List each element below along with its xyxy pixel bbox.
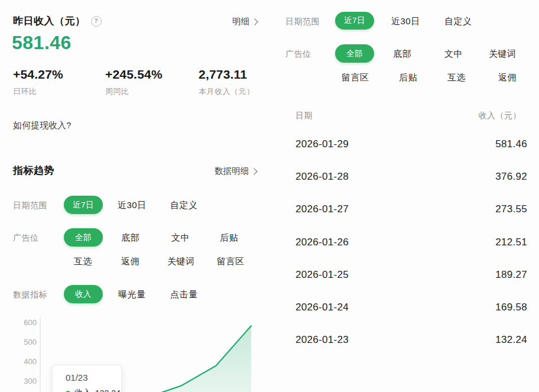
left-metric-option-income-selected[interactable]: 收入: [64, 285, 103, 303]
question-circle-icon[interactable]: ?: [91, 16, 102, 27]
row-income: 273.55: [495, 203, 527, 215]
right-slot-option-mutual[interactable]: 互选: [447, 72, 466, 83]
svg-text:400: 400: [24, 357, 37, 366]
chart-tooltip-value: 132.24: [95, 388, 121, 392]
income-table-header: 日期 收入（元）: [296, 111, 521, 121]
left-slot-option-all-selected[interactable]: 全部: [64, 228, 103, 247]
left-date-option-30d[interactable]: 近30日: [118, 200, 147, 211]
left-slot-option-rebate[interactable]: 返佣: [121, 256, 139, 267]
right-date-option-7d-selected[interactable]: 近7日: [335, 12, 374, 30]
row-income: 212.51: [495, 237, 527, 248]
yesterday-income-amount: 581.46: [12, 32, 72, 54]
right-slot-option-bottom[interactable]: 底部: [393, 48, 411, 60]
row-income: 169.58: [495, 302, 527, 313]
right-date-option-30d[interactable]: 近30日: [391, 16, 420, 27]
svg-text:500: 500: [24, 338, 37, 346]
left-slot-option-keyword[interactable]: 关键词: [167, 256, 195, 267]
row-income: 189.27: [495, 269, 527, 281]
left-metric-label: 数据指标: [13, 290, 47, 300]
chevron-right-icon: [251, 168, 257, 174]
row-income: 376.92: [495, 171, 527, 183]
stat-month-income-label: 本月收入（元）: [199, 86, 255, 97]
trend-data-detail-label: 数据明细: [215, 166, 249, 177]
right-date-range-label: 日期范围: [285, 17, 320, 27]
income-card-title-text: 昨日收入（元）: [13, 15, 86, 27]
chart-tooltip: 01/23 收入 132.24: [52, 365, 122, 392]
left-ad-slot-label: 广告位: [13, 233, 39, 244]
table-row: 2026-01-24 169.58: [296, 302, 527, 313]
left-slot-option-bottom[interactable]: 底部: [121, 232, 139, 244]
income-trend-chart[interactable]: 600500400300: [4, 312, 258, 392]
svg-text:300: 300: [24, 377, 37, 385]
table-row: 2026-01-23 132.24: [296, 334, 527, 346]
left-date-option-custom[interactable]: 自定义: [170, 200, 198, 211]
row-date: 2026-01-29: [296, 138, 349, 150]
right-slot-option-in-article[interactable]: 文中: [444, 48, 463, 60]
income-card-title: 昨日收入（元）?: [13, 14, 102, 28]
row-income: 132.24: [495, 334, 527, 346]
stat-day-over-day-value: +54.27%: [13, 67, 63, 82]
stat-week-over-week-label: 周同比: [105, 86, 129, 97]
chevron-right-icon: [251, 18, 258, 25]
left-slot-option-comment-area[interactable]: 留言区: [217, 256, 245, 267]
right-date-option-custom[interactable]: 自定义: [444, 16, 472, 27]
chart-tooltip-series: 收入: [74, 388, 91, 392]
income-detail-link-label: 明细: [232, 16, 249, 27]
row-date: 2026-01-23: [296, 334, 349, 346]
column-header-income: 收入（元）: [479, 111, 522, 121]
left-date-range-label: 日期范围: [13, 200, 47, 211]
how-to-withdraw-link[interactable]: 如何提现收入?: [13, 120, 71, 131]
income-detail-link[interactable]: 明细: [232, 16, 257, 27]
chart-tooltip-date: 01/23: [66, 372, 121, 383]
row-date: 2026-01-26: [296, 237, 349, 248]
right-slot-option-all-selected[interactable]: 全部: [335, 44, 374, 63]
table-row: 2026-01-25 189.27: [296, 269, 527, 281]
right-slot-option-rebate[interactable]: 返佣: [498, 72, 517, 83]
right-ad-slot-label: 广告位: [285, 49, 311, 60]
left-slot-option-post-roll[interactable]: 后贴: [220, 232, 238, 244]
table-row: 2026-01-29 581.46: [296, 138, 527, 150]
row-date: 2026-01-24: [296, 302, 349, 313]
table-row: 2026-01-28 376.92: [296, 171, 527, 183]
table-row: 2026-01-27 273.55: [296, 203, 527, 215]
left-metric-option-clicks[interactable]: 点击量: [170, 289, 198, 300]
row-date: 2026-01-25: [296, 269, 349, 281]
left-slot-option-mutual[interactable]: 互选: [74, 256, 92, 267]
stat-day-over-day-label: 日环比: [13, 86, 37, 97]
right-slot-option-post-roll[interactable]: 后贴: [399, 72, 417, 83]
trend-section-title: 指标趋势: [13, 164, 54, 177]
svg-text:600: 600: [24, 318, 37, 327]
table-row: 2026-01-26 212.51: [296, 237, 527, 248]
left-date-option-7d-selected[interactable]: 近7日: [64, 196, 103, 214]
column-header-date: 日期: [296, 111, 313, 121]
left-slot-option-in-article[interactable]: 文中: [171, 232, 190, 244]
stat-month-income-value: 2,773.11: [199, 67, 247, 82]
row-date: 2026-01-27: [296, 203, 349, 215]
right-slot-option-comment-area[interactable]: 留言区: [342, 72, 369, 83]
trend-data-detail-link[interactable]: 数据明细: [215, 166, 256, 177]
right-slot-option-keyword[interactable]: 关键词: [489, 48, 517, 60]
left-metric-option-impressions[interactable]: 曝光量: [118, 289, 146, 300]
stat-week-over-week-value: +245.54%: [105, 67, 163, 82]
row-date: 2026-01-28: [296, 171, 349, 183]
row-income: 581.46: [495, 138, 527, 150]
